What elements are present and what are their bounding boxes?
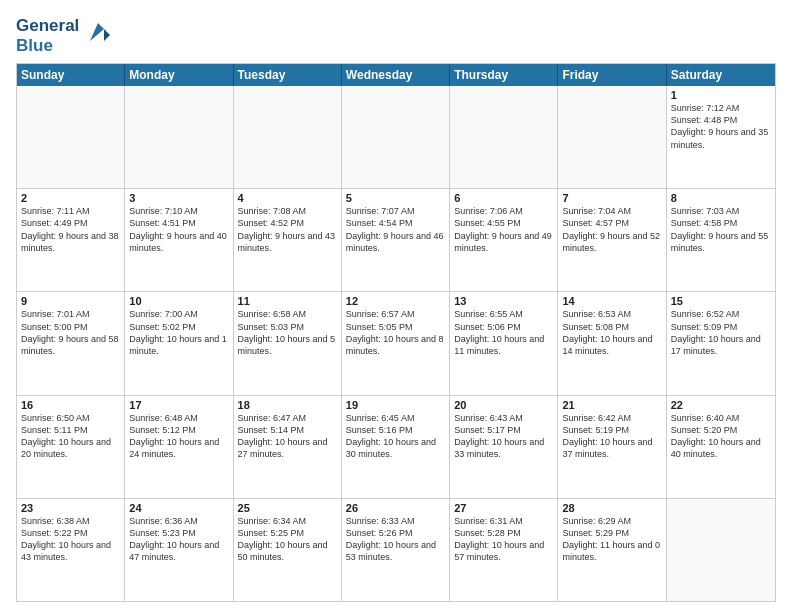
logo-icon	[82, 19, 112, 49]
calendar-row: 23Sunrise: 6:38 AM Sunset: 5:22 PM Dayli…	[17, 498, 775, 601]
day-number: 24	[129, 502, 228, 514]
calendar-cell: 23Sunrise: 6:38 AM Sunset: 5:22 PM Dayli…	[17, 499, 125, 601]
logo-blue: Blue	[16, 36, 79, 56]
day-info: Sunrise: 6:52 AM Sunset: 5:09 PM Dayligh…	[671, 308, 771, 357]
calendar-row: 9Sunrise: 7:01 AM Sunset: 5:00 PM Daylig…	[17, 291, 775, 394]
calendar-cell: 24Sunrise: 6:36 AM Sunset: 5:23 PM Dayli…	[125, 499, 233, 601]
calendar-cell: 28Sunrise: 6:29 AM Sunset: 5:29 PM Dayli…	[558, 499, 666, 601]
day-info: Sunrise: 6:29 AM Sunset: 5:29 PM Dayligh…	[562, 515, 661, 564]
weekday-header: Saturday	[667, 64, 775, 86]
weekday-header: Friday	[558, 64, 666, 86]
calendar-cell: 10Sunrise: 7:00 AM Sunset: 5:02 PM Dayli…	[125, 292, 233, 394]
weekday-header: Monday	[125, 64, 233, 86]
day-number: 7	[562, 192, 661, 204]
calendar-cell: 18Sunrise: 6:47 AM Sunset: 5:14 PM Dayli…	[234, 396, 342, 498]
day-info: Sunrise: 7:08 AM Sunset: 4:52 PM Dayligh…	[238, 205, 337, 254]
calendar-cell: 9Sunrise: 7:01 AM Sunset: 5:00 PM Daylig…	[17, 292, 125, 394]
day-number: 4	[238, 192, 337, 204]
calendar-cell: 4Sunrise: 7:08 AM Sunset: 4:52 PM Daylig…	[234, 189, 342, 291]
day-info: Sunrise: 6:45 AM Sunset: 5:16 PM Dayligh…	[346, 412, 445, 461]
day-info: Sunrise: 6:34 AM Sunset: 5:25 PM Dayligh…	[238, 515, 337, 564]
day-number: 27	[454, 502, 553, 514]
day-number: 20	[454, 399, 553, 411]
day-info: Sunrise: 7:06 AM Sunset: 4:55 PM Dayligh…	[454, 205, 553, 254]
day-info: Sunrise: 7:04 AM Sunset: 4:57 PM Dayligh…	[562, 205, 661, 254]
calendar-cell: 27Sunrise: 6:31 AM Sunset: 5:28 PM Dayli…	[450, 499, 558, 601]
day-number: 6	[454, 192, 553, 204]
day-info: Sunrise: 6:31 AM Sunset: 5:28 PM Dayligh…	[454, 515, 553, 564]
calendar-cell: 16Sunrise: 6:50 AM Sunset: 5:11 PM Dayli…	[17, 396, 125, 498]
calendar-cell	[17, 86, 125, 188]
calendar-cell	[450, 86, 558, 188]
calendar-row: 16Sunrise: 6:50 AM Sunset: 5:11 PM Dayli…	[17, 395, 775, 498]
calendar-cell: 26Sunrise: 6:33 AM Sunset: 5:26 PM Dayli…	[342, 499, 450, 601]
weekday-header: Tuesday	[234, 64, 342, 86]
day-info: Sunrise: 6:36 AM Sunset: 5:23 PM Dayligh…	[129, 515, 228, 564]
calendar: SundayMondayTuesdayWednesdayThursdayFrid…	[16, 63, 776, 602]
day-info: Sunrise: 6:43 AM Sunset: 5:17 PM Dayligh…	[454, 412, 553, 461]
day-info: Sunrise: 6:57 AM Sunset: 5:05 PM Dayligh…	[346, 308, 445, 357]
day-info: Sunrise: 6:47 AM Sunset: 5:14 PM Dayligh…	[238, 412, 337, 461]
day-number: 21	[562, 399, 661, 411]
calendar-row: 2Sunrise: 7:11 AM Sunset: 4:49 PM Daylig…	[17, 188, 775, 291]
calendar-cell: 1Sunrise: 7:12 AM Sunset: 4:48 PM Daylig…	[667, 86, 775, 188]
day-info: Sunrise: 6:48 AM Sunset: 5:12 PM Dayligh…	[129, 412, 228, 461]
calendar-cell	[234, 86, 342, 188]
day-number: 18	[238, 399, 337, 411]
day-info: Sunrise: 7:11 AM Sunset: 4:49 PM Dayligh…	[21, 205, 120, 254]
calendar-cell: 13Sunrise: 6:55 AM Sunset: 5:06 PM Dayli…	[450, 292, 558, 394]
day-info: Sunrise: 7:00 AM Sunset: 5:02 PM Dayligh…	[129, 308, 228, 357]
calendar-cell: 3Sunrise: 7:10 AM Sunset: 4:51 PM Daylig…	[125, 189, 233, 291]
calendar-cell: 5Sunrise: 7:07 AM Sunset: 4:54 PM Daylig…	[342, 189, 450, 291]
calendar-cell: 14Sunrise: 6:53 AM Sunset: 5:08 PM Dayli…	[558, 292, 666, 394]
day-info: Sunrise: 7:01 AM Sunset: 5:00 PM Dayligh…	[21, 308, 120, 357]
day-number: 17	[129, 399, 228, 411]
day-number: 2	[21, 192, 120, 204]
calendar-cell: 6Sunrise: 7:06 AM Sunset: 4:55 PM Daylig…	[450, 189, 558, 291]
day-number: 16	[21, 399, 120, 411]
day-info: Sunrise: 6:50 AM Sunset: 5:11 PM Dayligh…	[21, 412, 120, 461]
calendar-cell: 2Sunrise: 7:11 AM Sunset: 4:49 PM Daylig…	[17, 189, 125, 291]
day-info: Sunrise: 6:42 AM Sunset: 5:19 PM Dayligh…	[562, 412, 661, 461]
day-info: Sunrise: 6:38 AM Sunset: 5:22 PM Dayligh…	[21, 515, 120, 564]
svg-marker-1	[104, 29, 110, 41]
day-info: Sunrise: 7:03 AM Sunset: 4:58 PM Dayligh…	[671, 205, 771, 254]
day-number: 19	[346, 399, 445, 411]
calendar-cell: 11Sunrise: 6:58 AM Sunset: 5:03 PM Dayli…	[234, 292, 342, 394]
day-info: Sunrise: 7:10 AM Sunset: 4:51 PM Dayligh…	[129, 205, 228, 254]
day-number: 26	[346, 502, 445, 514]
calendar-cell: 7Sunrise: 7:04 AM Sunset: 4:57 PM Daylig…	[558, 189, 666, 291]
calendar-cell	[667, 499, 775, 601]
day-number: 10	[129, 295, 228, 307]
day-number: 3	[129, 192, 228, 204]
day-number: 9	[21, 295, 120, 307]
calendar-body: 1Sunrise: 7:12 AM Sunset: 4:48 PM Daylig…	[17, 86, 775, 601]
day-info: Sunrise: 6:33 AM Sunset: 5:26 PM Dayligh…	[346, 515, 445, 564]
calendar-cell: 17Sunrise: 6:48 AM Sunset: 5:12 PM Dayli…	[125, 396, 233, 498]
day-info: Sunrise: 7:07 AM Sunset: 4:54 PM Dayligh…	[346, 205, 445, 254]
day-info: Sunrise: 7:12 AM Sunset: 4:48 PM Dayligh…	[671, 102, 771, 151]
day-number: 22	[671, 399, 771, 411]
day-number: 8	[671, 192, 771, 204]
logo-general: General	[16, 16, 79, 36]
calendar-cell: 21Sunrise: 6:42 AM Sunset: 5:19 PM Dayli…	[558, 396, 666, 498]
day-number: 23	[21, 502, 120, 514]
day-info: Sunrise: 6:58 AM Sunset: 5:03 PM Dayligh…	[238, 308, 337, 357]
day-number: 25	[238, 502, 337, 514]
calendar-cell: 22Sunrise: 6:40 AM Sunset: 5:20 PM Dayli…	[667, 396, 775, 498]
calendar-cell: 12Sunrise: 6:57 AM Sunset: 5:05 PM Dayli…	[342, 292, 450, 394]
day-info: Sunrise: 6:40 AM Sunset: 5:20 PM Dayligh…	[671, 412, 771, 461]
day-number: 28	[562, 502, 661, 514]
logo: General Blue	[16, 16, 112, 55]
calendar-cell	[125, 86, 233, 188]
day-number: 12	[346, 295, 445, 307]
calendar-row: 1Sunrise: 7:12 AM Sunset: 4:48 PM Daylig…	[17, 86, 775, 188]
calendar-cell: 25Sunrise: 6:34 AM Sunset: 5:25 PM Dayli…	[234, 499, 342, 601]
calendar-cell: 8Sunrise: 7:03 AM Sunset: 4:58 PM Daylig…	[667, 189, 775, 291]
calendar-cell: 19Sunrise: 6:45 AM Sunset: 5:16 PM Dayli…	[342, 396, 450, 498]
day-number: 1	[671, 89, 771, 101]
day-info: Sunrise: 6:55 AM Sunset: 5:06 PM Dayligh…	[454, 308, 553, 357]
calendar-page: General Blue SundayMondayTuesdayWednesda…	[0, 0, 792, 612]
calendar-cell: 15Sunrise: 6:52 AM Sunset: 5:09 PM Dayli…	[667, 292, 775, 394]
calendar-cell	[342, 86, 450, 188]
